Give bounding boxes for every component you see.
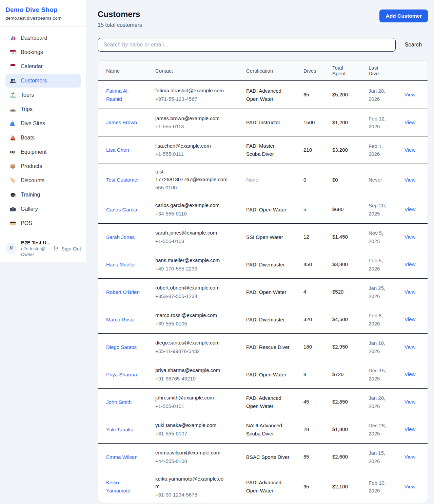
view-customer-link[interactable]: View [405, 371, 415, 377]
view-customer-link[interactable]: View [405, 344, 415, 350]
customer-name-link[interactable]: John Smith [106, 398, 132, 406]
sidebar-item-discounts[interactable]: Discounts [5, 174, 81, 187]
sidebar-item-training[interactable]: Training [5, 188, 81, 202]
customer-certification: PADI Advanced Open Water [246, 87, 294, 103]
view-customer-link[interactable]: View [405, 147, 415, 153]
brand-name: Demo Dive Shop [5, 6, 81, 14]
customer-certification: BSAC Sports Diver [246, 453, 294, 461]
customer-name-link[interactable]: Hans Mueller [106, 261, 136, 269]
sidebar-item-dashboard[interactable]: Dashboard [5, 31, 81, 45]
sidebar-item-dive-sites[interactable]: Dive Sites [5, 117, 81, 130]
table-row: Marco Rossi marco.rossi@example.com +39-… [98, 306, 428, 333]
customer-total-spent: $3,200 [332, 146, 369, 154]
sidebar-item-equipment[interactable]: Equipment [5, 145, 81, 159]
user-meta: E2E Test U... e2e-tester@... Owner [21, 240, 49, 257]
table-row: Robert O'Brien robert.obrien@example.com… [98, 278, 428, 306]
customer-name-link[interactable]: James Brown [106, 118, 137, 127]
customer-name-link[interactable]: Test Customer [106, 176, 139, 184]
table-row: John Smith john.smith@example.com +1-555… [98, 388, 428, 416]
sign-out-button[interactable]: Sign Out [53, 245, 81, 252]
table-row: Hans Mueller hans.mueller@example.com +4… [98, 251, 428, 278]
view-customer-link[interactable]: View [405, 234, 415, 240]
app-layout: Demo Dive Shop demo.test.divestreams.com… [0, 0, 434, 504]
customer-certification: PADI Open Water [246, 288, 294, 296]
customer-total-spent: $2,600 [332, 453, 369, 461]
customer-email: keiko.yamamoto@example.com [155, 475, 228, 490]
customer-dives: 320 [303, 316, 332, 323]
customer-name-link[interactable]: Lisa Chen [106, 146, 129, 154]
customer-name-link[interactable]: Sarah Jones [106, 233, 135, 241]
view-customer-link[interactable]: View [405, 454, 415, 460]
view-customer-link[interactable]: View [405, 177, 415, 183]
view-customer-link[interactable]: View [405, 206, 415, 212]
customer-total-spent: $1,800 [332, 426, 369, 433]
customer-name-link[interactable]: Fatima Al-Rashid [106, 87, 144, 103]
customer-dives: 1500 [303, 119, 332, 127]
view-customer-link[interactable]: View [405, 484, 415, 489]
customer-last-dive: Jan 20, 2026 [369, 394, 392, 410]
customer-last-dive: Jan 28, 2026 [369, 87, 392, 103]
customer-dives: 180 [303, 343, 332, 351]
credit-card-icon [9, 220, 16, 227]
customer-name-link[interactable]: Marco Rossi [106, 316, 134, 324]
customer-phone: 555-0100 [155, 184, 228, 192]
table-body: Fatima Al-Rashid fatima.alrashid@example… [98, 81, 428, 503]
customer-certification: None [246, 176, 294, 184]
customer-name-link[interactable]: Diego Santos [106, 343, 137, 351]
customer-name-link[interactable]: Keiko Yamamoto [106, 479, 144, 495]
customer-name-link[interactable]: Priya Sharma [106, 371, 137, 379]
customer-certification: PADI Divemaster [246, 316, 294, 324]
sidebar-item-tours[interactable]: Tours [5, 88, 81, 102]
view-customer-link[interactable]: View [405, 261, 415, 267]
customer-last-dive: Feb 10, 2026 [369, 479, 392, 495]
sidebar-item-calendar[interactable]: Calendar [5, 60, 81, 73]
customer-certification: PADI Open Water [246, 371, 294, 379]
search-input[interactable] [98, 38, 396, 52]
customer-total-spent: $2,100 [332, 483, 369, 491]
search-button[interactable]: Search [405, 42, 422, 48]
customer-certification: PADI Advanced Open Water [246, 394, 294, 410]
customer-name-link[interactable]: Carlos Garcia [106, 206, 137, 214]
column-header-dives: Dives [303, 68, 332, 74]
sidebar-item-gallery[interactable]: Gallery [5, 202, 81, 216]
customer-total-spent: $2,850 [332, 398, 369, 406]
table-row: Test Customer test-1772681807767@example… [98, 164, 428, 196]
sidebar-item-customers[interactable]: Customers [5, 74, 81, 88]
customer-dives: 95 [303, 483, 332, 491]
column-header-contact: Contact [155, 68, 246, 74]
add-customer-button[interactable]: Add Customer [379, 10, 428, 22]
customer-phone: +1-555-0111 [155, 150, 228, 158]
customer-email: john.smith@example.com [155, 394, 228, 402]
island-icon [9, 92, 16, 98]
customer-total-spent: $3,800 [332, 261, 369, 268]
calendar-pad-icon [9, 63, 16, 70]
view-customer-link[interactable]: View [405, 92, 415, 97]
person-icon [8, 245, 15, 253]
customer-total-spent: $1,450 [332, 233, 369, 241]
customer-certification: PADI Rescue Diver [246, 343, 294, 351]
view-customer-link[interactable]: View [405, 399, 415, 405]
customer-name-link[interactable]: Yuki Tanaka [106, 426, 134, 434]
sidebar-item-pos[interactable]: POS [5, 217, 81, 230]
customer-total-spent: $520 [332, 288, 369, 296]
view-customer-link[interactable]: View [405, 119, 415, 125]
customer-email: sarah.jones@example.com [155, 229, 228, 237]
customer-phone: +44-555-0108 [155, 458, 228, 465]
view-customer-link[interactable]: View [405, 426, 415, 432]
customer-count: 15 total customers [98, 22, 142, 28]
customer-last-dive: Never [369, 176, 392, 184]
customer-dives: 45 [303, 398, 332, 406]
customer-name-link[interactable]: Robert O'Brien [106, 288, 140, 296]
table-row: Carlos Garcia carlos.garcia@example.com … [98, 196, 428, 223]
column-header-name: Name [106, 68, 155, 74]
sidebar-item-products[interactable]: Products [5, 160, 81, 173]
customer-dives: 0 [303, 176, 332, 184]
sidebar-item-trips[interactable]: Trips [5, 102, 81, 116]
customer-dives: 85 [303, 453, 332, 461]
customer-name-link[interactable]: Emma Wilson [106, 453, 138, 461]
customer-last-dive: Jan 25, 2026 [369, 284, 392, 300]
view-customer-link[interactable]: View [405, 289, 415, 295]
view-customer-link[interactable]: View [405, 316, 415, 322]
sidebar-item-boats[interactable]: Boats [5, 131, 81, 145]
sidebar-item-bookings[interactable]: 17 Bookings [5, 45, 81, 59]
